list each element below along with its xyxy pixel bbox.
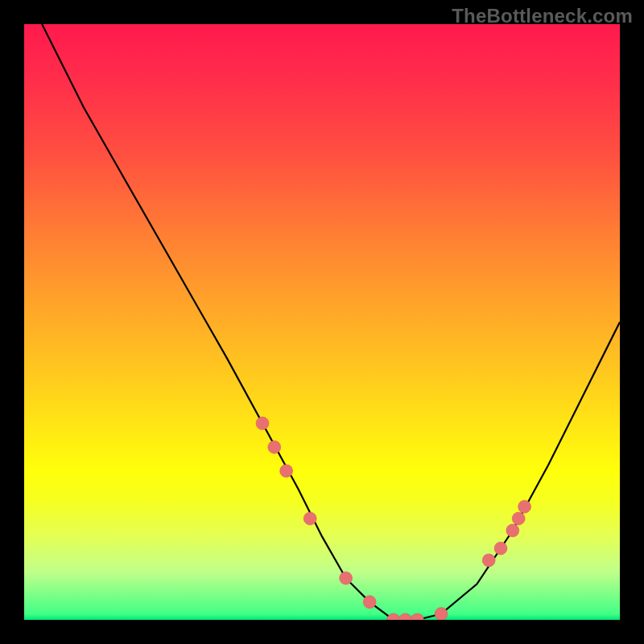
curve-marker <box>494 542 507 555</box>
curve-marker <box>340 572 353 584</box>
curve-marker <box>387 613 400 620</box>
curve-marker <box>256 417 269 430</box>
curve-marker <box>518 500 531 513</box>
curve-marker <box>411 613 423 620</box>
bottleneck-curve-line <box>42 24 620 620</box>
curve-marker <box>512 512 525 525</box>
curve-marker <box>435 608 448 620</box>
chart-svg <box>24 24 620 620</box>
curve-markers <box>256 417 531 620</box>
curve-marker <box>506 524 519 537</box>
curve-marker <box>482 554 495 567</box>
curve-marker <box>280 464 293 477</box>
curve-marker <box>363 596 376 609</box>
curve-marker <box>303 512 316 525</box>
curve-marker <box>399 613 412 620</box>
watermark-text: TheBottleneck.com <box>452 5 633 27</box>
chart-plot-area <box>24 24 620 620</box>
curve-marker <box>268 440 281 453</box>
